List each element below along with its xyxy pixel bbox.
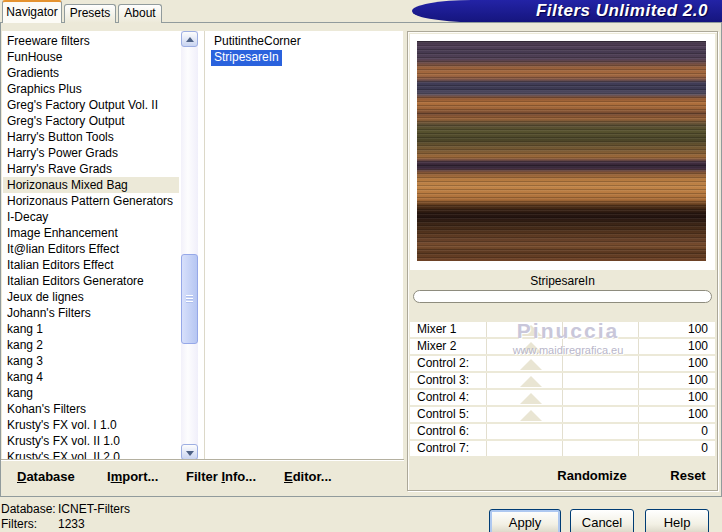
scrollbar-thumb[interactable] [181, 254, 198, 344]
category-item[interactable]: Krusty's FX vol. II 2.0 [3, 449, 179, 459]
status-database-value: ICNET-Filters [58, 502, 130, 516]
title-banner: Filters Unlimited 2.0 [412, 0, 722, 22]
category-item[interactable]: Greg's Factory Output [3, 113, 179, 129]
control-value: 100 [688, 407, 708, 422]
tab-navigator[interactable]: Navigator [2, 0, 62, 23]
category-item[interactable]: kang 2 [3, 337, 179, 353]
control-value: 100 [688, 322, 708, 337]
category-item[interactable]: Krusty's FX vol. I 1.0 [3, 417, 179, 433]
tab-presets[interactable]: Presets [64, 4, 116, 23]
category-item[interactable]: Harry's Power Grads [3, 145, 179, 161]
category-item[interactable]: kang [3, 385, 179, 401]
preview-image [417, 41, 706, 261]
filter-list: PutitintheCorner StripesareIn [211, 34, 401, 66]
category-item[interactable]: Graphics Plus [3, 81, 179, 97]
slider-thumb-icon[interactable] [520, 325, 542, 336]
category-item[interactable]: FunHouse [3, 49, 179, 65]
database-button[interactable]: Database [17, 469, 75, 484]
app-title: Filters Unlimited 2.0 [536, 1, 708, 21]
slider-thumb-icon[interactable] [520, 410, 542, 421]
apply-button[interactable]: Apply [489, 509, 561, 532]
control-value: 100 [688, 373, 708, 388]
control-value: 100 [688, 356, 708, 371]
category-item[interactable]: Harry's Rave Grads [3, 161, 179, 177]
category-item[interactable]: I-Decay [3, 209, 179, 225]
category-item[interactable]: Italian Editors Effect [3, 257, 179, 273]
scroll-down-button[interactable] [181, 444, 198, 460]
control-slider-row[interactable]: Control 4: 100 [410, 390, 715, 407]
category-item[interactable]: Freeware filters [3, 33, 179, 49]
category-item[interactable]: Kohan's Filters [3, 401, 179, 417]
panel-button-row: Randomize Reset [408, 468, 717, 485]
reset-button[interactable]: Reset [656, 468, 720, 483]
navigator-page: Freeware filters FunHouse Gradients Grap… [0, 22, 722, 497]
filters-unlimited-window: Filters Unlimited 2.0 Navigator Presets … [0, 0, 722, 532]
control-slider-row[interactable]: Control 3: 100 [410, 373, 715, 390]
editor-button[interactable]: Editor... [284, 469, 332, 484]
control-value: 100 [688, 390, 708, 405]
category-list-scrollbar[interactable] [181, 31, 198, 460]
category-item[interactable]: Krusty's FX vol. II 1.0 [3, 433, 179, 449]
filter-info-button[interactable]: Filter Info... [186, 469, 256, 484]
tab-about[interactable]: About [118, 4, 162, 23]
category-item[interactable]: Greg's Factory Output Vol. II [3, 97, 179, 113]
category-list: Freeware filters FunHouse Gradients Grap… [3, 33, 179, 459]
control-value: 100 [688, 339, 708, 354]
list-divider [204, 31, 205, 460]
category-item[interactable]: kang 3 [3, 353, 179, 369]
arrow-down-icon [186, 451, 194, 456]
category-item[interactable]: kang 1 [3, 321, 179, 337]
randomize-button[interactable]: Randomize [536, 468, 648, 483]
slider-thumb-icon[interactable] [520, 376, 542, 387]
control-slider-row[interactable]: Control 7: 0 [410, 441, 715, 458]
selected-filter-name: StripesareIn [408, 273, 717, 289]
control-slider-row[interactable]: Control 5: 100 [410, 407, 715, 424]
arrow-up-icon [186, 37, 194, 42]
category-item[interactable]: Horizonaus Pattern Generators [3, 193, 179, 209]
slider-thumb-icon[interactable] [520, 393, 542, 404]
cancel-button[interactable]: Cancel [570, 509, 634, 532]
category-item[interactable]: Italian Editors Generatore [3, 273, 179, 289]
category-item[interactable]: Gradients [3, 65, 179, 81]
filter-item[interactable]: PutitintheCorner [211, 34, 304, 50]
scrollbar-grip-icon [186, 295, 193, 304]
status-database-label: Database: [1, 502, 56, 516]
category-item[interactable]: Harry's Button Tools [3, 129, 179, 145]
control-slider-row[interactable]: Control 2: 100 [410, 356, 715, 373]
control-value: 0 [701, 441, 708, 456]
slider-thumb-icon[interactable] [520, 342, 542, 353]
preview-panel: StripesareIn Mixer 1 100 Mixer 2 100 Con… [407, 31, 718, 491]
status-filters-label: Filters: [1, 517, 37, 531]
category-item[interactable]: kang 4 [3, 369, 179, 385]
progress-bar [413, 290, 712, 303]
bottom-toolbar: Database Import... Filter Info... Editor… [1, 460, 404, 493]
filter-item-selected[interactable]: StripesareIn [211, 50, 282, 66]
category-item[interactable]: Jeux de lignes [3, 289, 179, 305]
category-item-highlighted[interactable]: Horizonaus Mixed Bag [3, 177, 179, 193]
preview-frame [410, 34, 715, 270]
control-slider-row[interactable]: Mixer 2 100 [410, 339, 715, 356]
category-item[interactable]: Johann's Filters [3, 305, 179, 321]
control-slider-row[interactable]: Control 6: 0 [410, 424, 715, 441]
slider-thumb-icon[interactable] [520, 359, 542, 370]
help-button[interactable]: Help [645, 509, 709, 532]
control-slider-row[interactable]: Mixer 1 100 [410, 322, 715, 339]
import-button[interactable]: Import... [107, 469, 158, 484]
scroll-up-button[interactable] [181, 31, 198, 47]
filter-controls: Mixer 1 100 Mixer 2 100 Control 2: 100 C… [410, 322, 715, 458]
category-item[interactable]: It@lian Editors Effect [3, 241, 179, 257]
category-item[interactable]: Image Enhancement [3, 225, 179, 241]
control-value: 0 [701, 424, 708, 439]
status-bar: Database: ICNET-Filters Filters: 1233 Ap… [0, 497, 722, 532]
status-filters-value: 1233 [58, 517, 85, 531]
